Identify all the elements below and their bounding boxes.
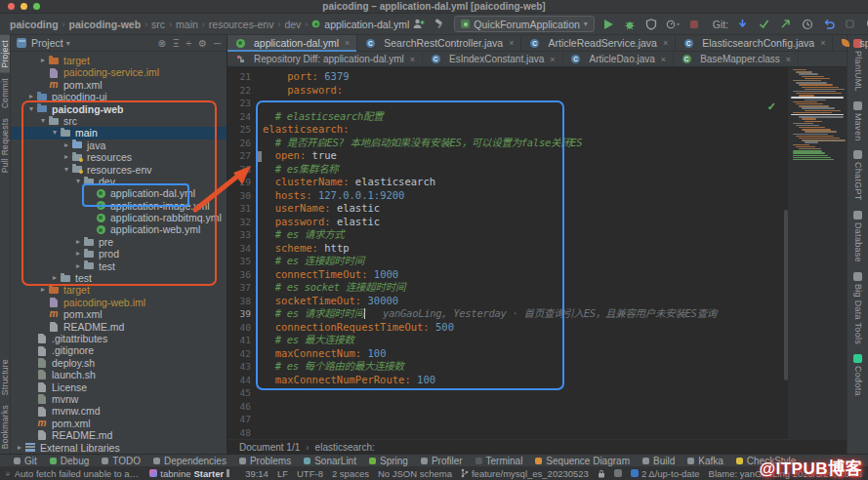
file-encoding[interactable]: UTF-8 <box>297 468 323 479</box>
tab-BaseMapper.class[interactable]: CBaseMapper.class× <box>674 52 799 66</box>
code-line[interactable]: 44 maxConnectNumPerRoute: 100 <box>227 374 784 387</box>
shelve-button[interactable] <box>843 17 857 31</box>
tree-item-mvnw[interactable]: mvnw <box>11 393 227 405</box>
git-push-button[interactable] <box>778 17 793 31</box>
code-line[interactable]: 29 clusterName: elasticsearch <box>227 176 784 189</box>
tree-item-test[interactable]: ▸test <box>11 260 227 272</box>
git-commit-button[interactable] <box>757 17 771 31</box>
tree-item-resources[interactable]: ▸resources <box>11 151 227 163</box>
tree-item-README.md[interactable]: README.md <box>11 321 227 333</box>
collapse-all-icon[interactable]: ÷ <box>186 38 191 49</box>
run-button[interactable] <box>601 17 616 31</box>
json-schema[interactable]: No JSON schema <box>378 468 452 479</box>
tabnine-status[interactable]: tabnine Starter <box>149 468 236 479</box>
hide-panel-icon[interactable]: ─ <box>214 38 221 49</box>
profiler-button[interactable] <box>666 17 681 31</box>
tree-item-mvnw.cmd[interactable]: mvnw.cmd <box>11 405 227 417</box>
close-tab-icon[interactable]: × <box>509 38 514 48</box>
tree-item-License[interactable]: License <box>11 381 227 393</box>
tree-expand-arrow[interactable]: ▸ <box>26 91 36 102</box>
close-tab-icon[interactable]: × <box>410 55 415 64</box>
tree-item-main[interactable]: ▾main <box>11 127 227 139</box>
code-line[interactable]: 36 connectTimeOut: 1000 <box>227 268 784 282</box>
project-panel-title[interactable]: Project <box>31 37 63 49</box>
code-line[interactable]: 21 port: 6379 <box>227 70 784 84</box>
toolwindow-button-spring[interactable]: Spring <box>369 456 408 466</box>
code-line[interactable]: 31 userName: elastic <box>227 202 784 216</box>
sidebar-item-structure[interactable]: Structure <box>0 354 10 400</box>
tree-expand-arrow[interactable]: ▸ <box>73 260 83 272</box>
code-line[interactable]: 27 open: true <box>227 149 784 163</box>
tree-item-target[interactable]: ▸target <box>11 284 227 296</box>
incoming-changes-widget[interactable]: 2 Δ/up-to-date <box>631 468 700 479</box>
breadcrumb-document[interactable]: Document 1/1 <box>239 442 300 453</box>
code-line[interactable]: 42 maxConnectNum: 100 <box>227 347 784 361</box>
search-everywhere-icon[interactable] <box>864 17 868 31</box>
tree-item-paicoding-service.iml[interactable]: paicoding-service.iml <box>11 66 227 78</box>
toolwindow-button-sonarlint[interactable]: SonarLint <box>304 456 356 466</box>
tree-item-paicoding-web[interactable]: ▾paicoding-web <box>11 103 227 115</box>
tree-item-target[interactable]: ▸target <box>11 55 227 66</box>
tree-item-test[interactable]: ▸test <box>11 272 227 284</box>
code-line[interactable]: 46 <box>227 400 784 414</box>
toolwindow-button-kafka[interactable]: Kafka <box>687 456 723 466</box>
history-button[interactable] <box>800 17 814 31</box>
run-configuration-select[interactable]: QuickForumApplication ▾ <box>454 16 595 32</box>
sidebar-item-commit[interactable]: Commit <box>0 73 10 113</box>
sidebar-item-big-data-tools[interactable]: Big Data Tools <box>853 272 863 344</box>
toolwindow-button-sequence-diagram[interactable]: Sequence Diagram <box>535 456 630 466</box>
code-line[interactable]: 34 scheme: http <box>227 242 784 256</box>
add-user-icon[interactable] <box>411 17 426 31</box>
code-line[interactable]: 26 # 是否开启ES? 本地启动如果没有安装ES，可以设置为false关闭ES <box>227 137 784 150</box>
tree-collapse-arrow[interactable]: ▾ <box>50 127 60 139</box>
tab-SearchRestController.java[interactable]: CSearchRestController.java× <box>357 35 521 51</box>
tab-spring.factories[interactable]: spring.factories× <box>833 35 868 51</box>
lock-icon[interactable] <box>598 469 605 478</box>
breadcrumb-node[interactable]: elasticsearch: <box>315 442 375 453</box>
tree-item-pom.xml[interactable]: mpom.xml <box>11 418 227 429</box>
tree-item-prod[interactable]: ▸prod <box>11 248 227 260</box>
breadcrumb-item[interactable]: application-dal.yml <box>310 19 411 30</box>
tree-item-.gitignore[interactable]: .gitignore <box>11 344 227 356</box>
tree-item-ExternalLibraries[interactable]: ▸External Libraries <box>11 442 227 454</box>
code-line[interactable]: 39 # es 请求超时时间 yanGaoLing, Yesterday · 首… <box>227 307 784 321</box>
code-line[interactable]: 45 <box>227 386 784 400</box>
tree-expand-arrow[interactable]: ▸ <box>62 140 71 151</box>
expand-all-icon[interactable]: Ξ <box>173 38 180 49</box>
tree-item-paicoding-ui[interactable]: ▸paicoding-ui <box>11 91 227 102</box>
tree-item-pom.xml[interactable]: mpom.xml <box>11 308 227 320</box>
tree-collapse-arrow[interactable]: ▾ <box>38 115 48 127</box>
tree-collapse-arrow[interactable]: ▾ <box>26 103 36 115</box>
code-minimap[interactable] <box>788 67 847 439</box>
breadcrumb-item[interactable]: paicoding <box>8 19 61 30</box>
panel-settings-icon[interactable]: ⚙ <box>198 38 207 49</box>
editor-scrollbar[interactable] <box>784 210 788 380</box>
sidebar-item-maven[interactable]: Maven <box>853 101 863 141</box>
status-message[interactable]: Auto fetch failed unable to access 'http… <box>15 468 141 479</box>
tree-item-application-image.yml[interactable]: application-image.yml <box>11 200 227 212</box>
tree-item-src[interactable]: ▾src <box>11 115 227 127</box>
toolwindow-button-problems[interactable]: Problems <box>239 456 291 466</box>
close-tab-icon[interactable]: × <box>345 38 350 48</box>
tree-collapse-arrow[interactable]: ▾ <box>62 164 71 176</box>
tree-item-.gitattributes[interactable]: .gitattributes <box>11 333 227 344</box>
code-line[interactable]: 23 <box>227 97 784 110</box>
tree-expand-arrow[interactable]: ▸ <box>50 272 60 284</box>
toolwindow-button-git[interactable]: Git <box>14 456 37 466</box>
code-editor[interactable]: 21 port: 637922 password:2324 # elastics… <box>227 67 847 439</box>
code-line[interactable]: 32 password: elastic <box>227 216 784 229</box>
tree-expand-arrow[interactable]: ▸ <box>73 248 83 260</box>
close-tab-icon[interactable]: × <box>550 55 555 64</box>
tab-EsIndexConstant.java[interactable]: CEsIndexConstant.java× <box>423 52 563 66</box>
stop-button[interactable] <box>687 17 702 31</box>
tree-item-paicoding-web.iml[interactable]: paicoding-web.iml <box>11 297 227 308</box>
sidebar-item-codota[interactable]: Codota <box>853 354 863 396</box>
inspections-ok-icon[interactable]: ✓ <box>767 100 776 113</box>
git-branch-widget[interactable]: feature/mysql_es_20230523 <box>461 468 589 479</box>
toggle-toolwindows-icon[interactable] <box>6 469 10 478</box>
code-line[interactable]: 30 hosts: 127.0.0.1:9200 <box>227 189 784 203</box>
tree-item-resources-env[interactable]: ▾resources-env <box>11 164 227 176</box>
sidebar-item-database[interactable]: Database <box>853 211 863 262</box>
tree-collapse-arrow[interactable]: ▾ <box>73 176 83 187</box>
close-tab-icon[interactable]: × <box>820 38 825 48</box>
